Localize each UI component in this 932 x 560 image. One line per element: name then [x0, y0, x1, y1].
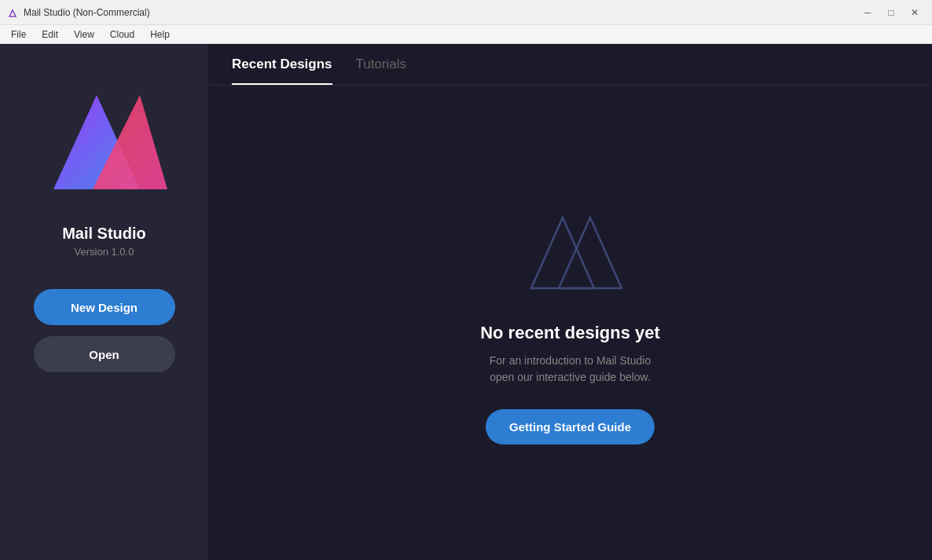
content-area: No recent designs yet For an introductio… [208, 86, 932, 560]
open-button[interactable]: Open [34, 336, 175, 372]
tab-recent-designs[interactable]: Recent Designs [232, 57, 332, 85]
no-designs-title: No recent designs yet [480, 323, 660, 343]
menu-help[interactable]: Help [142, 27, 178, 42]
menu-view[interactable]: View [66, 27, 102, 42]
app-container: Mail Studio Version 1.0.0 New Design Ope… [0, 44, 932, 560]
minimize-button[interactable]: ─ [857, 4, 879, 21]
app-name: Mail Studio [62, 225, 146, 243]
getting-started-button[interactable]: Getting Started Guide [486, 409, 655, 445]
no-designs-description: For an introduction to Mail Studio open … [490, 353, 651, 386]
new-design-button[interactable]: New Design [34, 289, 175, 325]
maximize-button[interactable]: □ [880, 4, 902, 21]
sidebar: Mail Studio Version 1.0.0 New Design Ope… [0, 44, 208, 560]
menu-bar: File Edit View Cloud Help [0, 25, 932, 44]
menu-file[interactable]: File [3, 27, 34, 42]
title-bar-title: Mail Studio (Non-Commercial) [24, 7, 150, 18]
title-bar-controls: ─ □ ✕ [857, 4, 926, 21]
title-bar-left: Mail Studio (Non-Commercial) [6, 6, 150, 19]
close-button[interactable]: ✕ [904, 4, 926, 21]
menu-edit[interactable]: Edit [34, 27, 66, 42]
tabs-header: Recent Designs Tutorials [208, 44, 932, 86]
app-version: Version 1.0.0 [75, 246, 134, 258]
empty-state-icon [516, 202, 626, 299]
svg-marker-0 [9, 10, 16, 16]
title-bar: Mail Studio (Non-Commercial) ─ □ ✕ [0, 0, 932, 25]
menu-cloud[interactable]: Cloud [102, 27, 142, 42]
logo-container [34, 68, 175, 209]
app-icon [6, 6, 19, 19]
app-logo [38, 71, 171, 205]
main-content: Recent Designs Tutorials No recent desig… [208, 44, 932, 560]
tab-tutorials[interactable]: Tutorials [356, 57, 407, 85]
